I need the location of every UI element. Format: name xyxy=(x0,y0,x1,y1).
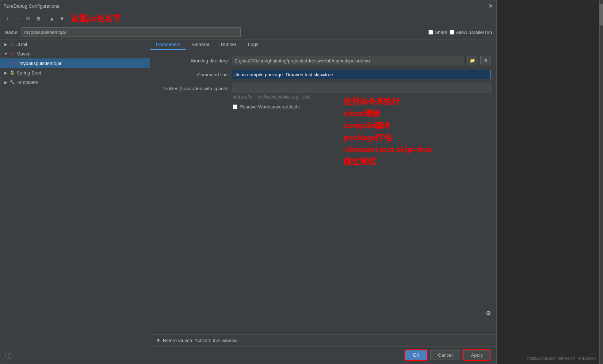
bottom-url: https://blog.csdn.net/weixin_47120348 xyxy=(527,356,596,360)
tab-general[interactable]: General xyxy=(186,39,215,50)
tab-content-parameters: Working directory: 📁 ⊞ Command line: Pro… xyxy=(150,50,496,334)
settings-gear-icon[interactable]: ⚙ xyxy=(486,310,491,317)
name-row: Name: Share Allow parallel run xyxy=(0,25,496,39)
command-line-label: Command line: xyxy=(156,72,229,77)
help-button[interactable]: ? xyxy=(5,352,12,359)
parallel-checkbox-label: Allow parallel run xyxy=(450,30,492,35)
command-line-row: Command line: xyxy=(156,70,491,79)
before-launch-expand-icon: ▼ xyxy=(156,338,161,343)
tab-logs[interactable]: Logs xyxy=(242,39,264,50)
resolve-workspace-checkbox[interactable] xyxy=(233,104,237,109)
junit-icon: ▷ xyxy=(9,41,15,47)
name-input[interactable] xyxy=(22,27,241,37)
working-dir-input[interactable] xyxy=(232,56,464,65)
annotation-line5: -Dmaven.test.skip=true xyxy=(344,143,432,156)
working-dir-expand-button[interactable]: ⊞ xyxy=(480,56,491,65)
sidebar-item-templates-label: Templates xyxy=(16,80,38,85)
annotation-line3: compile编译 xyxy=(344,119,432,131)
toolbar: + − ⧉ ⚙ ▲ ▼ 设置jar包名字 xyxy=(0,12,496,25)
content-area: ▶ ▷ JUnit ▼ m Maven m mybatispulsdemojar… xyxy=(0,39,496,364)
sidebar: ▶ ▷ JUnit ▼ m Maven m mybatispulsdemojar… xyxy=(0,39,150,364)
dialog-title: Run/Debug Configurations xyxy=(3,3,488,9)
close-button[interactable]: ✕ xyxy=(488,3,493,9)
toolbar-separator xyxy=(45,15,45,22)
tab-parameters[interactable]: Parameters xyxy=(150,39,186,50)
mybatis-icon: m xyxy=(12,60,18,66)
add-config-button[interactable]: + xyxy=(3,14,12,23)
command-line-input[interactable] xyxy=(232,70,491,79)
sidebar-item-templates[interactable]: ▶ 🔧 Templates xyxy=(0,77,150,87)
annotation-block: 使用命令来执行 clean清除 compile编译 package打包 -Dma… xyxy=(344,95,432,168)
annotation-line6: 跳过测试 xyxy=(344,156,432,168)
profiles-input[interactable] xyxy=(232,84,491,93)
sidebar-item-junit[interactable]: ▶ ▷ JUnit xyxy=(0,39,150,49)
copy-config-button[interactable]: ⧉ xyxy=(24,14,33,23)
profiles-row: Profiles (separated with space): xyxy=(156,84,491,93)
templates-icon: 🔧 xyxy=(9,79,15,85)
bottom-bar: OK Cancel Apply xyxy=(150,346,496,364)
profiles-hint: add prefix '-' to disable profile, e.g. … xyxy=(156,95,491,100)
maven-icon: m xyxy=(9,51,15,57)
share-row: Share Allow parallel run xyxy=(428,30,492,35)
annotation-line1: 使用命令来执行 xyxy=(344,95,432,107)
sidebar-item-springboot-label: Spring Boot xyxy=(16,70,41,76)
tabs: Parameters General Runner Logs xyxy=(150,39,496,50)
maven-expand-icon: ▼ xyxy=(3,51,8,56)
sidebar-item-maven[interactable]: ▼ m Maven xyxy=(0,49,150,58)
scrollbar-thumb[interactable] xyxy=(599,4,603,26)
working-dir-browse-button[interactable]: 📁 xyxy=(467,56,477,65)
sidebar-item-mybatis-label: mybatispulsdemojar xyxy=(19,61,62,66)
apply-button[interactable]: Apply xyxy=(463,350,491,360)
springboot-expand-icon: ▶ xyxy=(3,70,8,75)
parallel-checkbox[interactable] xyxy=(450,30,454,35)
toolbar-annotation: 设置jar包名字 xyxy=(71,13,121,24)
profiles-label: Profiles (separated with space): xyxy=(156,86,229,91)
tab-runner[interactable]: Runner xyxy=(215,39,242,50)
share-checkbox[interactable] xyxy=(428,30,433,35)
ok-button[interactable]: OK xyxy=(405,350,427,360)
share-checkbox-label: Share xyxy=(428,30,447,35)
before-launch-header: ▼ Before launch: Activate tool window xyxy=(156,338,491,343)
title-bar: Run/Debug Configurations ✕ xyxy=(0,0,496,12)
sidebar-item-mybatis[interactable]: m mybatispulsdemojar xyxy=(0,58,150,68)
cancel-button[interactable]: Cancel xyxy=(430,350,460,360)
annotation-line4: package打包 xyxy=(344,131,432,143)
sidebar-item-junit-label: JUnit xyxy=(16,42,27,47)
springboot-icon: 🍃 xyxy=(9,70,15,76)
scrollbar[interactable] xyxy=(599,0,603,364)
sidebar-item-springboot[interactable]: ▶ 🍃 Spring Boot xyxy=(0,68,150,77)
annotation-line2: clean清除 xyxy=(344,107,432,119)
sidebar-item-maven-label: Maven xyxy=(16,51,31,57)
junit-expand-icon: ▶ xyxy=(3,42,8,47)
resolve-workspace-label: Resolve Workspace artifacts xyxy=(240,104,300,110)
working-dir-row: Working directory: 📁 ⊞ xyxy=(156,56,491,65)
before-launch-label: Before launch: Activate tool window xyxy=(163,338,238,343)
working-dir-label: Working directory: xyxy=(156,58,229,64)
settings-config-button[interactable]: ⚙ xyxy=(34,14,43,23)
move-up-button[interactable]: ▲ xyxy=(47,14,56,23)
remove-config-button[interactable]: − xyxy=(14,14,22,23)
move-down-button[interactable]: ▼ xyxy=(58,14,66,23)
right-panel xyxy=(497,0,603,364)
resolve-workspace-row: Resolve Workspace artifacts xyxy=(156,104,491,110)
before-launch-section: ▼ Before launch: Activate tool window xyxy=(150,334,496,346)
templates-expand-icon: ▶ xyxy=(3,80,8,85)
main-panel: Parameters General Runner Logs Working d… xyxy=(150,39,496,364)
name-label: Name: xyxy=(5,30,19,35)
